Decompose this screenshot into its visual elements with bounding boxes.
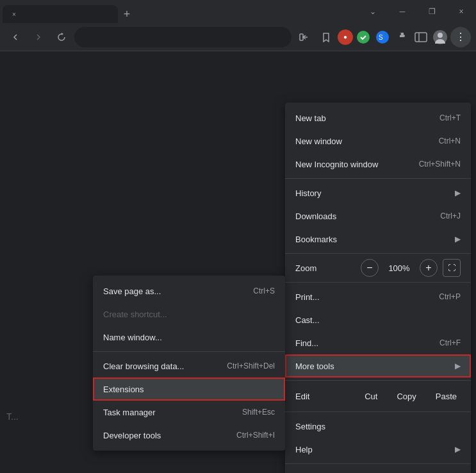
find-shortcut: Ctrl+F [439, 338, 461, 347]
minimize-button[interactable]: ─ [388, 0, 417, 23]
clear-browsing-label: Clear browsing data... [103, 361, 184, 371]
edit-label: Edit [290, 392, 354, 401]
ext-puzzle-icon[interactable] [393, 28, 411, 46]
name-window-label: Name window... [103, 333, 162, 342]
ext-green-icon[interactable] [354, 28, 372, 46]
bookmark-icon[interactable] [316, 27, 336, 47]
task-manager-shortcut: Shift+Esc [242, 408, 275, 417]
new-tab-item[interactable]: New tab Ctrl+T [285, 106, 471, 129]
new-window-shortcut: Ctrl+N [439, 137, 461, 145]
more-tools-item[interactable]: More tools ▶ [285, 354, 471, 378]
sub-divider-1 [93, 351, 285, 352]
divider-1 [285, 178, 471, 179]
history-item[interactable]: History ▶ [285, 181, 471, 204]
exit-item[interactable]: Exit [285, 467, 471, 473]
new-window-item[interactable]: New window Ctrl+N [285, 129, 471, 153]
divider-6 [285, 463, 471, 464]
restore-button[interactable]: ❐ [417, 0, 447, 23]
new-tab-label: New tab [295, 113, 326, 123]
zoom-controls: − 100% + ⛶ [361, 259, 461, 277]
reload-button[interactable] [51, 27, 72, 47]
settings-label: Settings [295, 422, 325, 431]
new-tab-shortcut: Ctrl+T [439, 113, 461, 122]
sub-menu: Save page as... Ctrl+S Create shortcut..… [93, 276, 285, 451]
bookmarks-label: Bookmarks [295, 235, 337, 244]
new-window-label: New window [295, 137, 342, 146]
zoom-expand-button[interactable]: ⛶ [443, 259, 461, 277]
bookmarks-item[interactable]: Bookmarks ▶ [285, 228, 471, 251]
print-item[interactable]: Print... Ctrl+P [285, 285, 471, 308]
tab-area: × + [0, 0, 136, 23]
cast-item[interactable]: Cast... [285, 308, 471, 331]
svg-rect-4 [415, 33, 427, 42]
page-content: T... New tab Ctrl+T New window Ctrl+N Ne… [0, 51, 476, 473]
zoom-label: Zoom [295, 263, 361, 273]
close-button[interactable]: × [447, 0, 476, 23]
edit-row: Edit Cut Copy Paste [285, 383, 471, 409]
zoom-value: 100% [384, 263, 414, 273]
page-side-text: T... [6, 411, 19, 422]
print-label: Print... [295, 292, 320, 302]
zoom-minus-button[interactable]: − [361, 259, 379, 277]
toolbar-right: ● S ⋮ [294, 27, 471, 47]
ext-sidebar-icon[interactable] [412, 28, 430, 46]
ext-blue-icon[interactable]: S [373, 28, 391, 46]
help-item[interactable]: Help ▶ [285, 438, 471, 461]
find-item[interactable]: Find... Ctrl+F [285, 331, 471, 354]
chevron-down-button[interactable]: ⌄ [358, 0, 388, 23]
create-shortcut-label: Create shortcut... [103, 310, 167, 319]
save-page-label: Save page as... [103, 286, 161, 296]
divider-3 [285, 282, 471, 283]
avatar-icon[interactable] [431, 28, 449, 46]
cut-button[interactable]: Cut [356, 388, 386, 405]
downloads-shortcut: Ctrl+J [440, 212, 461, 220]
ext-red-icon[interactable]: ● [338, 29, 353, 45]
divider-4 [285, 380, 471, 381]
downloads-item[interactable]: Downloads Ctrl+J [285, 204, 471, 228]
developer-tools-item[interactable]: Developer tools Ctrl+Shift+I [93, 424, 285, 447]
name-window-item[interactable]: Name window... [93, 326, 285, 349]
back-button[interactable] [5, 27, 26, 47]
task-manager-item[interactable]: Task manager Shift+Esc [93, 401, 285, 424]
new-tab-button[interactable]: + [118, 5, 136, 23]
more-tools-arrow: ▶ [455, 361, 461, 370]
developer-tools-label: Developer tools [103, 431, 161, 440]
task-manager-label: Task manager [103, 408, 156, 417]
print-shortcut: Ctrl+P [439, 292, 461, 301]
find-label: Find... [295, 338, 318, 348]
main-menu: New tab Ctrl+T New window Ctrl+N New Inc… [285, 103, 471, 473]
zoom-row: Zoom − 100% + ⛶ [285, 256, 471, 279]
svg-point-1 [357, 31, 370, 44]
clear-browsing-item[interactable]: Clear browsing data... Ctrl+Shift+Del [93, 354, 285, 378]
save-page-shortcut: Ctrl+S [253, 286, 275, 295]
cast-label: Cast... [295, 315, 320, 325]
menu-dots-button[interactable]: ⋮ [450, 27, 471, 47]
svg-point-7 [438, 33, 443, 38]
extensions-label: Extensions [103, 385, 144, 394]
save-page-item[interactable]: Save page as... Ctrl+S [93, 279, 285, 303]
developer-tools-shortcut: Ctrl+Shift+I [236, 431, 275, 440]
settings-item[interactable]: Settings [285, 415, 471, 438]
clear-browsing-shortcut: Ctrl+Shift+Del [227, 361, 275, 370]
new-incognito-item[interactable]: New Incognito window Ctrl+Shift+N [285, 153, 471, 176]
window-controls: ⌄ ─ ❐ × [358, 0, 476, 23]
more-tools-label: More tools [295, 361, 334, 371]
paste-button[interactable]: Paste [427, 388, 466, 405]
create-shortcut-item[interactable]: Create shortcut... [93, 303, 285, 326]
address-bar[interactable] [74, 27, 291, 47]
zoom-plus-button[interactable]: + [420, 259, 438, 277]
svg-rect-0 [300, 34, 303, 40]
forward-button[interactable] [28, 27, 49, 47]
new-incognito-shortcut: Ctrl+Shift+N [419, 160, 461, 169]
tab-close-icon[interactable]: × [9, 9, 19, 19]
extensions-item[interactable]: Extensions [93, 378, 285, 401]
history-label: History [295, 188, 321, 198]
bookmarks-arrow: ▶ [455, 235, 461, 244]
new-incognito-label: New Incognito window [295, 160, 378, 169]
divider-5 [285, 411, 471, 412]
active-tab[interactable]: × [3, 5, 118, 23]
help-label: Help [295, 445, 313, 454]
copy-button[interactable]: Copy [388, 388, 425, 405]
downloads-label: Downloads [295, 212, 336, 221]
share-icon[interactable] [294, 27, 315, 47]
